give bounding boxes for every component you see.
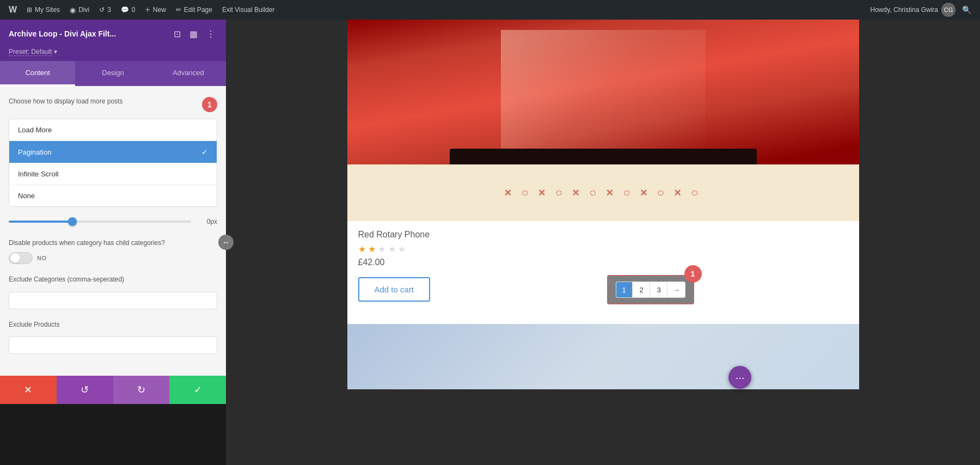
disable-products-label: Disable products when category has child… [9,238,217,248]
pagination-badge: 1 [684,265,702,283]
exit-builder-label: Exit Visual Builder [222,6,275,14]
slider-thumb[interactable] [68,217,77,226]
page-next-arrow[interactable]: → [669,282,685,297]
edit-page-label: Edit Page [184,6,212,14]
confirm-button[interactable]: ✓ [169,376,226,404]
page-3[interactable]: 3 [651,282,667,297]
xo-floor: × ○ × ○ × ○ × ○ × ○ × ○ [347,164,859,221]
admin-bar-right: Howdy, Christina Gwira CG 🔍 [871,3,976,17]
star-4: ★ [388,244,396,254]
exclude-categories-label: Exclude Categories (comma-seperated) [9,275,217,284]
load-more-dropdown[interactable]: Load More Pagination ✓ Infinite Scroll N… [9,119,217,207]
comments-item[interactable]: 💬 0 [117,0,140,20]
add-to-cart-button[interactable]: Add to cart [358,277,431,302]
phone-gloss [501,30,706,151]
star-3: ★ [378,244,385,254]
toggle-knob [10,253,20,263]
divi-icon: ◉ [70,6,76,14]
exclude-categories-input[interactable] [9,292,217,309]
tab-content[interactable]: Content [0,61,75,86]
panel-title: Archive Loop - Divi Ajax Filt... [9,29,116,38]
avatar: CG [941,3,955,17]
search-icon[interactable]: 🔍 [958,3,976,16]
xo-pattern: × ○ × ○ × ○ × ○ × ○ × ○ [504,186,701,200]
option-none[interactable]: None [9,185,217,206]
display-setting-label: Choose how to display load more posts [9,97,198,106]
grid-icon[interactable]: ▦ [187,27,200,41]
product-name: Red Rotary Phone [358,230,848,240]
exclude-products-input[interactable] [9,336,217,354]
product-price: £42.00 [358,258,848,267]
new-label: New [153,6,166,14]
updates-icon: ↺ [99,6,105,14]
edit-page-item[interactable]: ✏ Edit Page [171,0,217,20]
my-sites-label: My Sites [35,6,60,14]
star-1: ★ [358,244,366,254]
option-pagination[interactable]: Pagination ✓ [9,141,217,163]
updates-item[interactable]: ↺ 3 [95,0,115,20]
product-image-art: × ○ × ○ × ○ × ○ × ○ × ○ [347,20,859,221]
slider-row: 0px [9,218,217,225]
product-info: Red Rotary Phone ★ ★ ★ ★ ★ £42.00 Add to… [347,221,859,324]
cancel-button[interactable]: ✕ [0,376,57,404]
bottom-section [347,324,859,389]
option-infinite-scroll-label: Infinite Scroll [18,170,58,178]
toggle-state-label: NO [37,255,47,261]
left-panel-wrapper: Archive Loop - Divi Ajax Filt... ⊡ ▦ ⋮ P… [0,20,226,465]
left-panel: Archive Loop - Divi Ajax Filt... ⊡ ▦ ⋮ P… [0,20,226,404]
howdy-text: Howdy, Christina Gwira [871,6,938,14]
sites-icon: ⊞ [27,6,32,14]
disable-products-setting: Disable products when category has child… [9,238,217,264]
option-none-label: None [18,192,35,200]
toggle-switch[interactable] [9,252,33,264]
toggle-container: NO [9,252,217,264]
more-icon[interactable]: ⋮ [204,27,217,41]
preset-bar[interactable]: Preset: Default ▾ [0,48,226,61]
wp-icon: W [9,5,17,15]
floating-menu-button[interactable]: ··· [728,366,751,389]
undo-button[interactable]: ↺ [57,376,113,404]
plus-icon: + [145,5,150,15]
admin-bar: W ⊞ My Sites ◉ Divi ↺ 3 💬 0 + New ✏ Edit… [0,0,980,20]
right-content: × ○ × ○ × ○ × ○ × ○ × ○ Red Rotary Phone… [226,20,980,465]
tab-design[interactable]: Design [75,61,150,86]
divi-item[interactable]: ◉ Divi [65,0,94,20]
exit-builder-item[interactable]: Exit Visual Builder [218,0,279,20]
page-canvas: × ○ × ○ × ○ × ○ × ○ × ○ Red Rotary Phone… [226,20,980,465]
tab-advanced[interactable]: Advanced [151,61,226,86]
confirm-icon: ✓ [194,384,202,396]
preset-label: Preset: Default [9,48,52,56]
product-stars: ★ ★ ★ ★ ★ [358,244,848,254]
my-sites-item[interactable]: ⊞ My Sites [22,0,64,20]
howdy-container[interactable]: Howdy, Christina Gwira CG [871,3,955,17]
updates-count: 3 [107,6,111,14]
cancel-icon: ✕ [24,384,32,396]
panel-header-icons: ⊡ ▦ ⋮ [171,27,217,41]
pagination-widget-container: 1 1 2 3 → [607,275,694,304]
option-load-more[interactable]: Load More [9,119,217,141]
pagination-inner: 1 2 3 → [616,282,685,298]
phone-base [450,149,757,165]
page-1[interactable]: 1 [616,282,633,297]
edit-icon: ✏ [176,6,181,14]
main-layout: Archive Loop - Divi Ajax Filt... ⊡ ▦ ⋮ P… [0,20,980,465]
page-2[interactable]: 2 [634,282,650,297]
pagination-box: 1 2 3 → [607,275,694,304]
panel-content: Choose how to display load more posts 1 … [0,86,226,376]
resize-handle[interactable]: ↔ [218,235,234,250]
slider-track[interactable] [9,221,191,223]
exclude-categories-setting: Exclude Categories (comma-seperated) [9,275,217,309]
star-5: ★ [398,244,406,254]
expand-icon[interactable]: ⊡ [171,27,183,41]
tabs: Content Design Advanced [0,61,226,86]
wp-logo-item[interactable]: W [4,0,21,20]
divi-label: Divi [78,6,89,14]
comments-icon: 💬 [121,6,129,14]
option-infinite-scroll[interactable]: Infinite Scroll [9,163,217,185]
new-item[interactable]: + New [141,0,170,20]
comments-count: 0 [132,6,136,14]
redo-button[interactable]: ↻ [113,376,170,404]
slider-fill [9,221,72,223]
slider-section: 0px [9,218,217,225]
product-area: × ○ × ○ × ○ × ○ × ○ × ○ Red Rotary Phone… [347,20,859,324]
